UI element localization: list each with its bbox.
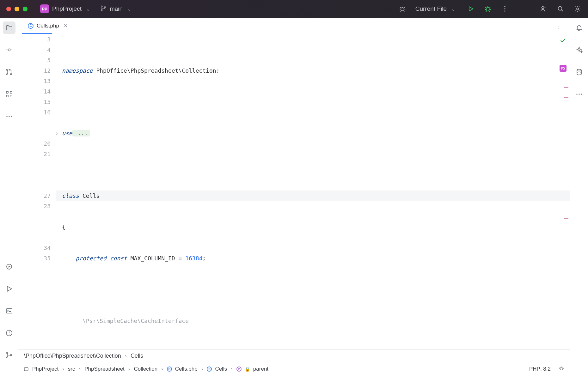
- debug-button[interactable]: [484, 5, 492, 13]
- editor-tabs: Cells.php ✕ ⋮: [18, 18, 570, 34]
- database-tool-button[interactable]: [573, 66, 585, 78]
- notifications-button[interactable]: [573, 21, 585, 34]
- chevron-right-icon: ›: [161, 366, 163, 372]
- fold-chevron-icon[interactable]: ›: [55, 128, 58, 138]
- project-selector[interactable]: PP PhpProject ⌄: [40, 4, 90, 13]
- maximize-window-button[interactable]: [23, 7, 28, 11]
- svg-point-15: [10, 74, 11, 75]
- error-stripe[interactable]: [565, 72, 568, 324]
- svg-point-29: [6, 357, 8, 358]
- run-tool-button[interactable]: [3, 282, 15, 295]
- svg-rect-19: [10, 95, 12, 97]
- chevron-down-icon: ⌄: [451, 6, 455, 12]
- branch-name: main: [110, 5, 123, 12]
- code-with-me-icon[interactable]: [539, 5, 548, 13]
- namespace-breadcrumb[interactable]: \PhpOffice\PhpSpreadsheet\Collection › C…: [18, 349, 570, 362]
- navbar-crumb-member[interactable]: P 🔒 parent: [236, 366, 268, 372]
- chevron-right-icon: ›: [62, 366, 64, 372]
- svg-rect-17: [6, 95, 8, 97]
- svg-marker-4: [469, 7, 473, 11]
- svg-point-28: [6, 352, 8, 354]
- more-right-tools-button[interactable]: [573, 88, 585, 100]
- settings-gear-icon[interactable]: [573, 5, 582, 13]
- tab-cells-php[interactable]: Cells.php ✕: [22, 18, 73, 34]
- php-version-widget[interactable]: PHP: 8.2: [529, 366, 551, 372]
- svg-point-35: [579, 94, 580, 95]
- structure-tool-button[interactable]: [3, 88, 15, 100]
- svg-point-11: [577, 8, 579, 10]
- commit-tool-button[interactable]: [3, 44, 15, 56]
- branch-icon: [100, 5, 107, 13]
- lock-icon: 🔒: [245, 367, 250, 372]
- tab-label: Cells.php: [37, 23, 59, 29]
- php-class-file-icon: [28, 23, 34, 29]
- pull-requests-tool-button[interactable]: [3, 66, 15, 78]
- tab-close-button[interactable]: ✕: [64, 23, 68, 29]
- code-content[interactable]: namespace PhpOffice\PhpSpreadsheet\Colle…: [56, 34, 570, 349]
- bug-icon[interactable]: [398, 5, 407, 13]
- breadcrumb-class: Cells: [131, 353, 143, 359]
- navbar-crumb-dir[interactable]: Collection: [134, 366, 158, 372]
- search-icon[interactable]: [556, 5, 565, 13]
- svg-rect-26: [6, 309, 12, 313]
- vcs-tool-button[interactable]: [3, 349, 15, 361]
- navbar-crumb-file[interactable]: C Cells.php: [167, 366, 198, 372]
- code-vision-icon[interactable]: PS: [560, 65, 567, 72]
- svg-point-7: [504, 8, 505, 9]
- svg-point-3: [401, 8, 404, 11]
- left-tool-strip: [0, 18, 18, 376]
- svg-rect-16: [6, 91, 8, 93]
- chevron-right-icon: ›: [231, 366, 233, 372]
- terminal-tool-button[interactable]: [3, 305, 15, 317]
- chevron-down-icon: ⌄: [127, 6, 131, 12]
- navbar-crumb-project[interactable]: PhpProject: [23, 366, 58, 372]
- inspection-ok-icon[interactable]: [560, 37, 567, 47]
- svg-point-33: [577, 69, 581, 71]
- svg-point-32: [560, 367, 563, 370]
- minimize-window-button[interactable]: [15, 7, 19, 11]
- code-editor[interactable]: 3 4 5 12 13 14 15 16 20 21 27 28: [18, 34, 570, 349]
- svg-point-13: [6, 69, 8, 70]
- navbar-crumb-dir[interactable]: PhpSpreadsheet: [84, 366, 125, 372]
- interpreter-icon[interactable]: [558, 365, 565, 373]
- svg-point-34: [576, 94, 578, 95]
- services-tool-button[interactable]: [3, 260, 15, 273]
- svg-point-6: [504, 6, 505, 7]
- problems-tool-button[interactable]: [3, 327, 15, 339]
- project-badge: PP: [40, 4, 49, 13]
- run-button[interactable]: [467, 5, 475, 13]
- svg-marker-25: [7, 286, 12, 291]
- chevron-right-icon: ›: [79, 366, 81, 372]
- project-name: PhpProject: [52, 5, 82, 12]
- svg-point-8: [504, 10, 505, 12]
- line-gutter: 3 4 5 12 13 14 15 16 20 21 27 28: [18, 34, 56, 349]
- svg-point-14: [6, 74, 8, 75]
- svg-point-22: [11, 116, 12, 117]
- close-window-button[interactable]: [6, 7, 11, 11]
- php-class-file-icon: C: [167, 367, 172, 372]
- property-icon: P: [236, 367, 242, 372]
- svg-rect-18: [10, 91, 12, 93]
- more-tools-button[interactable]: [3, 110, 15, 123]
- breadcrumb-namespace: \PhpOffice\PhpSpreadsheet\Collection: [24, 353, 121, 359]
- navbar-crumb-class[interactable]: C Cells: [207, 366, 227, 372]
- class-icon: C: [207, 367, 212, 372]
- branch-selector[interactable]: main ⌄: [100, 5, 131, 13]
- chevron-right-icon: ›: [128, 366, 130, 372]
- tabs-more-icon[interactable]: ⋮: [552, 22, 566, 30]
- svg-point-12: [8, 49, 10, 51]
- run-config-label: Current File: [415, 5, 447, 12]
- svg-point-21: [9, 116, 10, 117]
- chevron-right-icon: ›: [201, 366, 203, 372]
- project-tool-button[interactable]: [3, 21, 15, 34]
- svg-point-5: [486, 7, 489, 11]
- run-config-selector[interactable]: Current File ⌄: [415, 5, 455, 12]
- ai-assistant-button[interactable]: [573, 44, 585, 56]
- chevron-right-icon: ›: [125, 353, 127, 359]
- right-tool-strip: [570, 18, 588, 376]
- window-controls: [6, 7, 28, 11]
- more-actions-icon[interactable]: [501, 5, 509, 13]
- svg-point-9: [542, 7, 544, 9]
- navbar-crumb-src[interactable]: src: [68, 366, 75, 372]
- svg-point-10: [558, 7, 562, 10]
